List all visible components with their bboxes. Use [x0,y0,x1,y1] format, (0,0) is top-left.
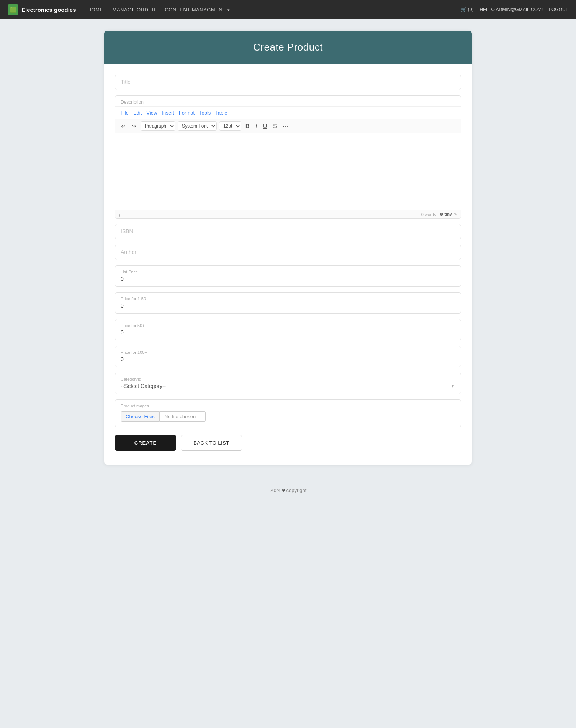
menu-tools[interactable]: Tools [198,109,212,116]
footer: 2024 ♥ copyright [0,476,576,505]
category-select-wrapper: --Select Category-- ▾ [121,383,455,389]
description-editor: Description File Edit View Insert Format… [115,95,461,219]
brand[interactable]: 🟩 Electronics goodies [8,4,76,15]
form-container: Description File Edit View Insert Format… [104,64,472,465]
brand-name: Electronics goodies [21,7,76,13]
category-select[interactable]: --Select Category-- [121,383,455,389]
brand-icon: 🟩 [8,4,18,15]
main-card: Create Product Description File Edit Vie… [104,31,472,465]
menu-insert[interactable]: Insert [160,109,176,116]
nav-links: HOME MANAGE ORDER CONTENT MANAGMENT ▾ [88,7,230,13]
nav-item-manage-order[interactable]: MANAGE ORDER [113,7,156,13]
page-header: Create Product [104,31,472,64]
isbn-field-group [115,224,461,239]
dropdown-arrow-icon: ▾ [227,8,230,12]
price-50-plus-label: Price for 50+ [121,323,455,328]
category-label: CategoryId [121,377,455,381]
description-label: Description [115,96,461,106]
no-file-label: No file chosen [160,411,206,422]
main-wrapper: Create Product Description File Edit Vie… [97,19,479,476]
product-images-field-group: ProductImages Choose Files No file chose… [115,399,461,427]
cart-count: (0) [468,7,474,12]
editor-element-tag: p [119,212,121,217]
price-1-50-label: Price for 1-50 [121,296,455,301]
menu-format[interactable]: Format [177,109,196,116]
menu-view[interactable]: View [145,109,159,116]
cart-icon: 🛒 [461,7,466,12]
logout-button[interactable]: LOGOUT [549,7,568,12]
create-button[interactable]: CREATE [115,435,176,451]
bold-button[interactable]: B [244,122,251,130]
editor-statusbar: p 0 words ⊛ tiny ✎ [115,210,461,218]
choose-files-button[interactable]: Choose Files [121,411,160,422]
back-to-list-button[interactable]: BACK TO LIST [181,435,242,451]
editor-body[interactable] [115,133,461,210]
price-50-plus-input[interactable] [121,329,455,335]
page-title: Create Product [253,41,323,53]
tiny-edit-icon: ✎ [453,212,457,217]
price-100-plus-input[interactable] [121,356,455,362]
editor-toolbar: ↩ ↪ Paragraph System Font 12pt B I U S [115,119,461,133]
strikethrough-button[interactable]: S [271,122,278,130]
font-select[interactable]: System Font [178,121,217,131]
nav-item-content-management[interactable]: CONTENT MANAGMENT ▾ [165,7,229,13]
price-50-plus-field-group: Price for 50+ [115,319,461,340]
file-input-row: Choose Files No file chosen [121,411,455,422]
tiny-logo: ⊛ tiny [440,212,452,217]
author-input[interactable] [121,249,455,255]
product-images-label: ProductImages [121,404,455,408]
category-field-group: CategoryId --Select Category-- ▾ [115,373,461,394]
price-100-plus-label: Price for 100+ [121,350,455,355]
footer-year: 2024 [270,488,281,493]
underline-button[interactable]: U [261,122,269,130]
list-price-label: List Price [121,270,455,274]
list-price-field-group: List Price [115,265,461,287]
isbn-input[interactable] [121,228,455,234]
undo-button[interactable]: ↩ [119,122,128,130]
paragraph-select[interactable]: Paragraph [141,121,175,131]
title-input[interactable] [121,79,455,85]
footer-copyright: copyright [286,488,307,493]
cart-button[interactable]: 🛒 (0) [461,7,474,12]
action-buttons: CREATE BACK TO LIST [115,435,461,451]
footer-heart-icon: ♥ [282,488,285,493]
price-1-50-input[interactable] [121,303,455,309]
word-count: 0 words [421,212,436,217]
tiny-brand: 0 words ⊛ tiny ✎ [421,212,457,217]
nav-item-home[interactable]: HOME [88,7,103,13]
price-1-50-field-group: Price for 1-50 [115,292,461,314]
list-price-input[interactable] [121,276,455,282]
menu-edit[interactable]: Edit [132,109,143,116]
size-select[interactable]: 12pt [219,121,241,131]
title-field-group [115,75,461,90]
navbar: 🟩 Electronics goodies HOME MANAGE ORDER … [0,0,576,19]
more-toolbar-button[interactable]: ··· [281,122,290,130]
italic-button[interactable]: I [254,122,259,130]
menu-table[interactable]: Table [214,109,229,116]
nav-right: 🛒 (0) HELLO ADMIN@GMAIL.COM! LOGOUT [461,7,568,12]
redo-button[interactable]: ↪ [130,122,138,130]
editor-menubar: File Edit View Insert Format Tools Table [115,106,461,119]
author-field-group [115,245,461,260]
menu-file[interactable]: File [119,109,130,116]
user-email: HELLO ADMIN@GMAIL.COM! [479,7,543,12]
price-100-plus-field-group: Price for 100+ [115,346,461,367]
